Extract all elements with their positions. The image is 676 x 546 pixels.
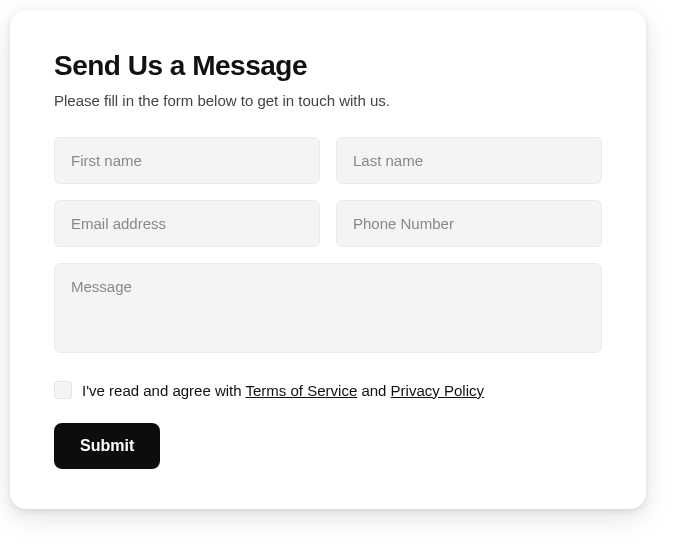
last-name-field[interactable] [336, 137, 602, 184]
form-heading: Send Us a Message [54, 50, 602, 82]
privacy-policy-link[interactable]: Privacy Policy [391, 382, 484, 399]
consent-middle: and [357, 382, 390, 399]
first-name-field[interactable] [54, 137, 320, 184]
terms-of-service-link[interactable]: Terms of Service [246, 382, 358, 399]
email-field[interactable] [54, 200, 320, 247]
consent-prefix: I've read and agree with [82, 382, 246, 399]
message-field[interactable] [54, 263, 602, 353]
form-subheading: Please fill in the form below to get in … [54, 92, 602, 109]
name-row [54, 137, 602, 184]
phone-field[interactable] [336, 200, 602, 247]
consent-checkbox[interactable] [54, 381, 72, 399]
consent-row: I've read and agree with Terms of Servic… [54, 381, 602, 399]
contact-row [54, 200, 602, 247]
contact-form-card: Send Us a Message Please fill in the for… [10, 10, 646, 509]
submit-button[interactable]: Submit [54, 423, 160, 469]
consent-text: I've read and agree with Terms of Servic… [82, 382, 484, 399]
